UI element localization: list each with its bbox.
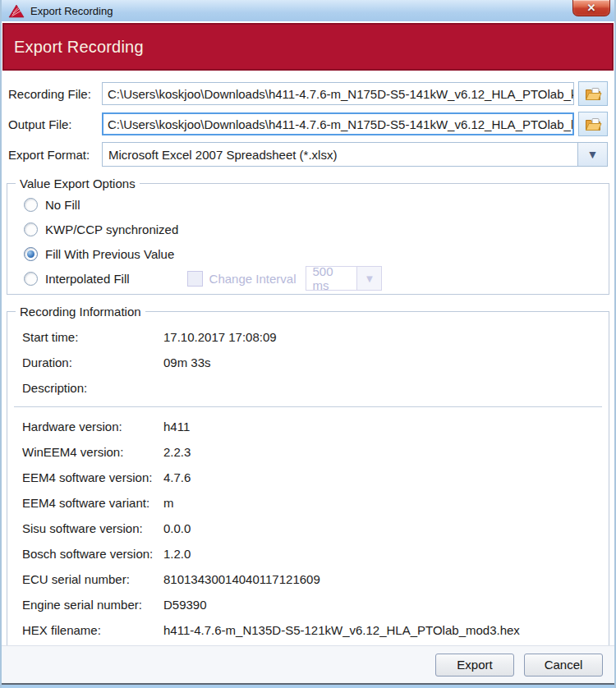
info-row-sisu-software-version: Sisu software version: 0.0.0: [22, 521, 597, 536]
info-row-duration: Duration: 09m 33s: [22, 355, 597, 370]
info-row-description: Description:: [22, 381, 597, 396]
info-row-start-time: Start time: 17.10.2017 17:08:09: [22, 330, 597, 345]
window-title: Export Recording: [30, 5, 113, 17]
radio-option-fill-previous[interactable]: Fill With Previous Value: [24, 241, 609, 266]
page-title: Export Recording: [14, 38, 144, 57]
recording-file-input[interactable]: C:\Users\koskjoo\Downloads\h411-4.7.6-m_…: [102, 82, 574, 105]
info-row-wineem4-version: WinEEM4 version: 2.2.3: [22, 445, 597, 460]
export-format-value: Microsoft Excel 2007 Spreadsheet (*.xlsx…: [102, 142, 577, 167]
info-row-hex-filename: HEX filename: h411-4.7.6-m_N135D-S5-121k…: [22, 623, 597, 638]
radio-label: KWP/CCP synchronized: [45, 222, 178, 236]
radio-icon[interactable]: [24, 247, 38, 261]
info-value: h411-4.7.6-m_N135D-S5-121kW_v6.12_HLA_PT…: [163, 623, 597, 638]
radio-label: Interpolated Fill: [45, 272, 130, 286]
radio-label: No Fill: [45, 198, 80, 212]
folder-icon: [585, 87, 602, 101]
folder-icon: [585, 117, 602, 131]
export-format-dropdown-button[interactable]: ▼: [577, 142, 608, 167]
info-value: 81013430014040117121609: [163, 572, 597, 587]
info-label: EEM4 software version:: [22, 470, 163, 485]
info-value: 09m 33s: [163, 355, 597, 370]
export-format-label: Export Format:: [8, 148, 102, 162]
radio-label: Fill With Previous Value: [45, 247, 174, 261]
info-label: Bosch software version:: [22, 547, 163, 562]
radio-icon[interactable]: [24, 198, 38, 212]
title-bar[interactable]: Export Recording ✕: [2, 0, 614, 21]
output-file-input[interactable]: C:\Users\koskjoo\Downloads\h411-4.7.6-m_…: [102, 112, 574, 135]
chevron-down-icon: ▼: [587, 148, 599, 161]
info-row-engine-serial-number: Engine serial number: D59390: [22, 598, 597, 612]
info-row-bosch-software-version: Bosch software version: 1.2.0: [22, 547, 597, 562]
radio-icon[interactable]: [24, 272, 38, 286]
info-value: h411: [163, 420, 597, 434]
info-value: 1.2.0: [163, 547, 597, 562]
export-format-select[interactable]: Microsoft Excel 2007 Spreadsheet (*.xlsx…: [102, 142, 608, 167]
recording-information-title: Recording Information: [16, 305, 145, 319]
info-label: Engine serial number:: [22, 598, 163, 612]
change-interval-cluster: Change Interval 500 ms ▼: [187, 266, 383, 291]
app-logo-triangle-icon: [8, 4, 25, 18]
change-interval-checkbox[interactable]: [187, 271, 203, 287]
value-export-options-group: Value Export Options No Fill KWP/CCP syn…: [7, 177, 609, 295]
recording-file-row: Recording File: C:\Users\koskjoo\Downloa…: [8, 81, 608, 106]
change-interval-label: Change Interval: [209, 272, 297, 286]
radio-option-no-fill[interactable]: No Fill: [24, 192, 609, 217]
info-label: WinEEM4 version:: [22, 445, 163, 460]
info-label: Hardware version:: [22, 420, 163, 434]
recording-info-rows: Start time: 17.10.2017 17:08:09 Duration…: [7, 320, 609, 650]
chevron-down-icon: ▼: [365, 273, 375, 285]
value-export-options-title: Value Export Options: [16, 177, 140, 190]
recording-file-browse-button[interactable]: [578, 81, 608, 106]
radio-option-interpolated[interactable]: Interpolated Fill Change Interval 500 ms…: [24, 266, 609, 291]
info-value: 2.2.3: [163, 445, 597, 460]
radio-option-kwp-ccp[interactable]: KWP/CCP synchronized: [24, 217, 609, 241]
info-value: 17.10.2017 17:08:09: [163, 330, 597, 345]
export-recording-dialog: Export Recording ✕ Export Recording Reco…: [0, 0, 616, 688]
close-button[interactable]: ✕: [572, 0, 610, 16]
file-form: Recording File: C:\Users\koskjoo\Downloa…: [2, 71, 614, 167]
footer-bar: Export Cancel: [2, 645, 614, 683]
interval-value: 500 ms: [306, 266, 356, 291]
info-label: ECU serial number:: [22, 572, 163, 587]
info-value: 4.7.6: [163, 470, 597, 485]
output-file-browse-button[interactable]: [578, 112, 608, 136]
close-icon: ✕: [587, 2, 596, 14]
output-file-row: Output File: C:\Users\koskjoo\Downloads\…: [8, 112, 608, 136]
window-bottom-edge: [2, 683, 614, 688]
interval-dropdown-button[interactable]: ▼: [356, 266, 382, 291]
info-divider: [14, 406, 602, 407]
info-label: Start time:: [22, 330, 163, 345]
info-row-eem4-software-version: EEM4 software version: 4.7.6: [22, 470, 597, 485]
info-label: Duration:: [22, 355, 163, 370]
info-row-eem4-software-variant: EEM4 software variant: m: [22, 496, 597, 511]
export-format-row: Export Format: Microsoft Excel 2007 Spre…: [8, 142, 608, 167]
output-file-label: Output File:: [8, 117, 102, 131]
info-row-hardware-version: Hardware version: h411: [22, 420, 597, 434]
info-value: m: [163, 496, 597, 511]
info-label: EEM4 software variant:: [22, 496, 163, 511]
recording-information-group: Recording Information Start time: 17.10.…: [7, 305, 609, 654]
export-button[interactable]: Export: [435, 654, 514, 677]
radio-icon[interactable]: [24, 222, 38, 236]
cancel-button[interactable]: Cancel: [524, 654, 603, 677]
header-banner: Export Recording: [2, 23, 614, 71]
recording-file-label: Recording File:: [8, 87, 102, 101]
info-value: 0.0.0: [163, 521, 597, 536]
info-label: Sisu software version:: [22, 521, 163, 536]
info-label: Description:: [22, 381, 163, 396]
interval-select[interactable]: 500 ms ▼: [306, 266, 382, 291]
info-value: D59390: [163, 598, 597, 612]
info-label: HEX filename:: [22, 623, 163, 638]
info-row-ecu-serial-number: ECU serial number: 810134300140401171216…: [22, 572, 597, 587]
info-value: [163, 381, 597, 396]
